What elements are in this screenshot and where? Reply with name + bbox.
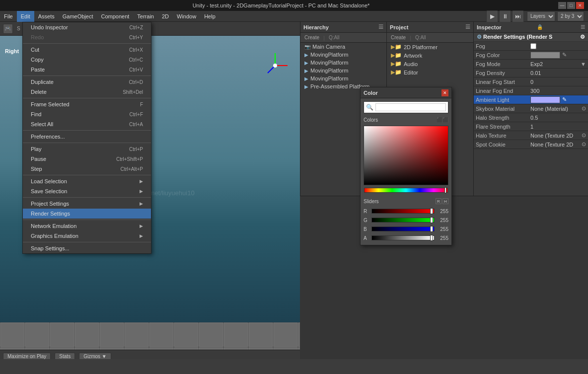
hierarchy-create-btn[interactable]: Create [302, 35, 321, 40]
stats-button[interactable]: Stats [55, 353, 75, 360]
halo-strength-text: 0.5 [530, 115, 538, 121]
fog-color-swatch[interactable] [530, 52, 560, 59]
menu-save-selection[interactable]: Save Selection [23, 186, 151, 196]
fog-density-text: 0.01 [530, 70, 541, 76]
inspector-settings-icon[interactable]: ⚙ [580, 34, 585, 40]
project-title: Project [390, 24, 408, 30]
menu-redo[interactable]: Redo Ctrl+Y [23, 32, 151, 42]
menu-window[interactable]: Window [173, 11, 200, 22]
platform-icon: ▶ [304, 52, 308, 58]
color-gradient[interactable] [364, 126, 448, 185]
menu-copy[interactable]: Copy Ctrl+C [23, 55, 151, 65]
g-track[interactable] [371, 218, 435, 223]
menu-file[interactable]: File [0, 11, 17, 22]
layout-dropdown[interactable]: 2 by 3 [557, 11, 584, 21]
copy-shortcut: Ctrl+C [129, 57, 143, 63]
menu-load-selection[interactable]: Load Selection [23, 176, 151, 186]
menu-frame-selected[interactable]: Frame Selected F [23, 99, 151, 109]
project-search-btn[interactable]: Q:All [413, 35, 428, 40]
ambient-light-swatch[interactable] [530, 96, 560, 103]
menu-terrain[interactable]: Terrain [133, 11, 158, 22]
gizmos-button[interactable]: Gizmos ▼ [79, 353, 111, 360]
fog-mode-text: Exp2 [530, 61, 543, 67]
hierarchy-search-btn[interactable]: Q:All [327, 35, 342, 40]
color-picker-close-button[interactable]: ✕ [441, 89, 448, 96]
menu-component[interactable]: Component [97, 11, 133, 22]
menu-help[interactable]: Help [200, 11, 220, 22]
menu-render-settings[interactable]: Render Settings [23, 209, 151, 219]
g-value: 255 [437, 218, 448, 223]
maximize-button[interactable]: □ [567, 2, 575, 9]
menu-project-settings[interactable]: Project Settings [23, 199, 151, 209]
menu-edit[interactable]: Edit [17, 11, 34, 22]
color-preview-swatch[interactable] [375, 103, 446, 111]
close-button[interactable]: ✕ [576, 2, 584, 9]
menu-paste[interactable]: Paste Ctrl+V [23, 65, 151, 75]
hierarchy-item-mp4[interactable]: ▶ MovingPlatform [300, 75, 386, 82]
fog-checkbox[interactable] [530, 43, 536, 49]
hsv-mode-btn[interactable]: H [442, 198, 448, 204]
menu-find[interactable]: Find Ctrl+F [23, 109, 151, 119]
play-button[interactable]: ▶ [486, 10, 498, 22]
eyedropper-icon[interactable]: 🔍 [366, 104, 373, 111]
hierarchy-item-mp3[interactable]: ▶ MovingPlatform [300, 67, 386, 75]
hierarchy-header: Hierarchy ☰ [300, 22, 386, 33]
b-track[interactable] [371, 226, 435, 231]
a-track[interactable] [371, 235, 435, 240]
menu-select-all[interactable]: Select All Ctrl+A [23, 119, 151, 129]
menu-gameobject[interactable]: GameObject [59, 11, 97, 22]
inspector-lock-icon[interactable]: 🔒 [537, 24, 543, 30]
menu-assets[interactable]: Assets [34, 11, 59, 22]
minimize-button[interactable]: — [558, 2, 566, 9]
linear-fog-end-text: 300 [530, 88, 539, 94]
menu-play[interactable]: Play Ctrl+P [23, 144, 151, 154]
project-item-2dplatformer[interactable]: ▶📁 2D Platformer [387, 43, 473, 51]
menu-delete[interactable]: Delete Shift+Del [23, 87, 151, 97]
halo-texture-pick-icon[interactable]: ⊙ [582, 132, 586, 139]
fog-color-label: Fog Color [476, 52, 530, 58]
menu-2d[interactable]: 2D [158, 11, 173, 22]
svg-point-3 [273, 64, 277, 68]
svg-rect-8 [364, 126, 448, 185]
rgb-mode-btn[interactable]: R [436, 198, 441, 204]
project-create-btn[interactable]: Create [389, 35, 408, 40]
project-item-editor[interactable]: ▶📁 Editor [387, 68, 473, 76]
project-item-artwork[interactable]: ▶📁 Artwork [387, 51, 473, 60]
menu-graphics-emulation[interactable]: Graphics Emulation [23, 231, 151, 241]
sep5 [23, 143, 151, 143]
halo-texture-text: None (Texture 2D [530, 133, 573, 139]
hierarchy-item-label: MovingPlatform [310, 68, 348, 74]
menu-duplicate[interactable]: Duplicate Ctrl+D [23, 77, 151, 87]
hierarchy-item-mp2[interactable]: ▶ MovingPlatform [300, 59, 386, 67]
hierarchy-item-main-camera[interactable]: 📷 Main Camera [300, 43, 386, 51]
step-button[interactable]: ⏭ [512, 10, 524, 22]
menu-cut[interactable]: Cut Ctrl+X [23, 45, 151, 55]
menu-pause[interactable]: Pause Ctrl+Shift+P [23, 154, 151, 164]
halo-strength-value: 0.5 [530, 115, 586, 121]
skybox-pick-icon[interactable]: ⊙ [582, 105, 586, 112]
ambient-edit-icon[interactable]: ✎ [562, 96, 567, 103]
slider-b: B 255 [364, 225, 448, 233]
unity-icon[interactable]: 🎮 [3, 24, 13, 34]
fog-mode-dropdown-icon[interactable]: ▼ [581, 61, 586, 67]
scene-gizmo [260, 51, 290, 80]
maximize-on-play-button[interactable]: Maximize on Play [3, 353, 51, 360]
folder-icon: ▶📁 [391, 61, 402, 67]
pause-button[interactable]: ⏸ [499, 10, 511, 22]
inspector-row-halo-strength: Halo Strength 0.5 [474, 113, 588, 122]
project-item-audio[interactable]: ▶📁 Audio [387, 60, 473, 68]
inspector-row-flare-strength: Flare Strength 1 [474, 122, 588, 131]
r-track[interactable] [371, 209, 435, 214]
menu-step[interactable]: Step Ctrl+Alt+P [23, 164, 151, 174]
menu-network-emulation[interactable]: Network Emulation [23, 221, 151, 231]
fog-density-label: Fog Density [476, 70, 530, 76]
color-hue-bar[interactable] [364, 188, 448, 193]
edit-icon[interactable]: ✎ [562, 52, 567, 58]
menu-snap-settings[interactable]: Snap Settings... [23, 243, 151, 253]
menu-preferences[interactable]: Preferences... [23, 132, 151, 142]
layers-dropdown[interactable]: Layers [527, 11, 555, 21]
hierarchy-item-mp1[interactable]: ▶ MovingPlatform [300, 51, 386, 59]
menu-undo-inspector[interactable]: Undo Inspector Ctrl+Z [23, 22, 151, 32]
spot-cookie-pick-icon[interactable]: ⊙ [582, 141, 586, 148]
inspector-menu-icon[interactable]: ☰ [581, 24, 585, 30]
